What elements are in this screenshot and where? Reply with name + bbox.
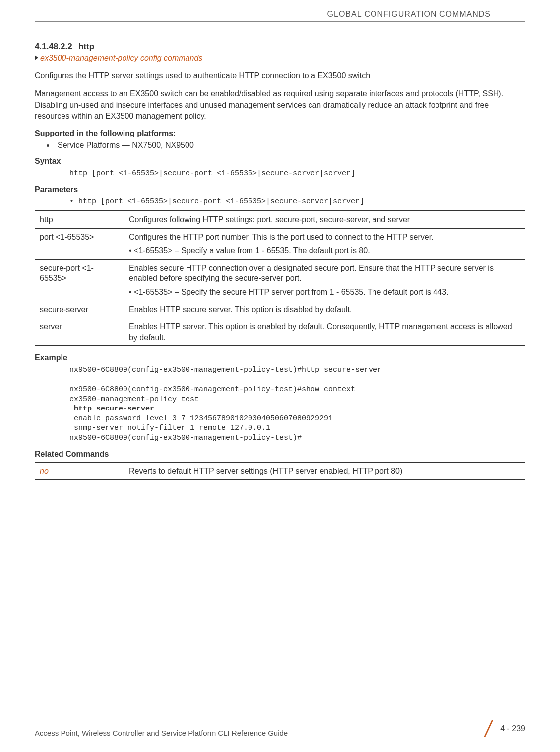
syntax-code: http [port <1-65535>|secure-port <1-6553… [69,169,525,179]
page-footer: Access Point, Wireless Controller and Se… [35,720,525,737]
arrow-right-icon [35,55,38,60]
param-key: http [35,211,124,228]
parameters-table: http Configures following HTTP settings:… [35,210,525,346]
table-row: port <1-65535> Configures the HTTP port … [35,228,525,259]
code-line: ex3500-management-policy test [69,395,199,404]
parameters-bullet: • http [port <1-65535>|secure-port <1-65… [69,197,525,205]
param-desc-text: Enables secure HTTP connection over a de… [129,264,494,283]
table-row: no Reverts to default HTTP server settin… [35,462,525,480]
description-paragraph: Management access to an EX3500 switch ca… [35,88,525,122]
table-row: http Configures following HTTP settings:… [35,211,525,228]
param-desc: Enables secure HTTP connection over a de… [124,259,525,301]
related-desc: Reverts to default HTTP server settings … [124,462,525,480]
param-desc-text: Configures the HTTP port number. This is… [129,233,434,241]
platforms-heading: Supported in the following platforms: [35,129,525,138]
code-line: nx9500-6C8809(config-ex3500-management-p… [69,385,355,394]
cross-reference[interactable]: ex3500-management-policy config commands [35,54,525,63]
example-code: nx9500-6C8809(config-ex3500-management-p… [69,365,525,443]
section-heading: 4.1.48.2.2 http [35,42,525,52]
param-sub-bullet: <1-65535> – Specify a value from 1 - 655… [129,245,520,256]
code-line: nx9500-6C8809(config-ex3500-management-p… [69,366,382,374]
footer-title: Access Point, Wireless Controller and Se… [35,729,288,737]
platforms-list: Service Platforms — NX7500, NX9500 [55,141,525,150]
slash-divider-icon [482,720,495,737]
param-key: secure-server [35,301,124,318]
table-row: secure-port <1-65535> Enables secure HTT… [35,259,525,301]
code-line: nx9500-6C8809(config-ex3500-management-p… [69,434,302,442]
syntax-heading: Syntax [35,157,525,166]
parameters-heading: Parameters [35,185,525,194]
platform-item: Service Platforms — NX7500, NX9500 [55,141,525,150]
related-cmd[interactable]: no [35,462,124,480]
section-number: 4.1.48.2.2 [35,42,72,51]
param-sub-bullet: <1-65535> – Specify the secure HTTP serv… [129,287,520,298]
related-commands-table: no Reverts to default HTTP server settin… [35,462,525,480]
code-line: snmp-server notify-filter 1 remote 127.0… [69,424,270,432]
intro-paragraph: Configures the HTTP server settings used… [35,70,525,81]
param-desc: Enables HTTP secure server. This option … [124,301,525,318]
param-key: secure-port <1-65535> [35,259,124,301]
param-desc: Enables HTTP server. This option is enab… [124,318,525,346]
related-heading: Related Commands [35,450,525,459]
example-heading: Example [35,353,525,362]
code-line: enable password level 3 7 12345678901020… [69,414,333,423]
param-desc: Configures following HTTP settings: port… [124,211,525,228]
table-row: secure-server Enables HTTP secure server… [35,301,525,318]
param-key: server [35,318,124,346]
param-key: port <1-65535> [35,228,124,259]
related-cmd-link: no [40,467,49,475]
xref-text: ex3500-management-policy config commands [40,54,202,62]
section-title: http [78,42,94,51]
param-desc: Configures the HTTP port number. This is… [124,228,525,259]
running-header: GLOBAL CONFIGURATION COMMANDS [35,0,525,22]
table-row: server Enables HTTP server. This option … [35,318,525,346]
code-line-bold: http secure-server [69,405,154,413]
footer-right: 4 - 239 [482,720,525,737]
page-number: 4 - 239 [500,724,525,733]
page-content: 4.1.48.2.2 http ex3500-management-policy… [0,22,560,480]
